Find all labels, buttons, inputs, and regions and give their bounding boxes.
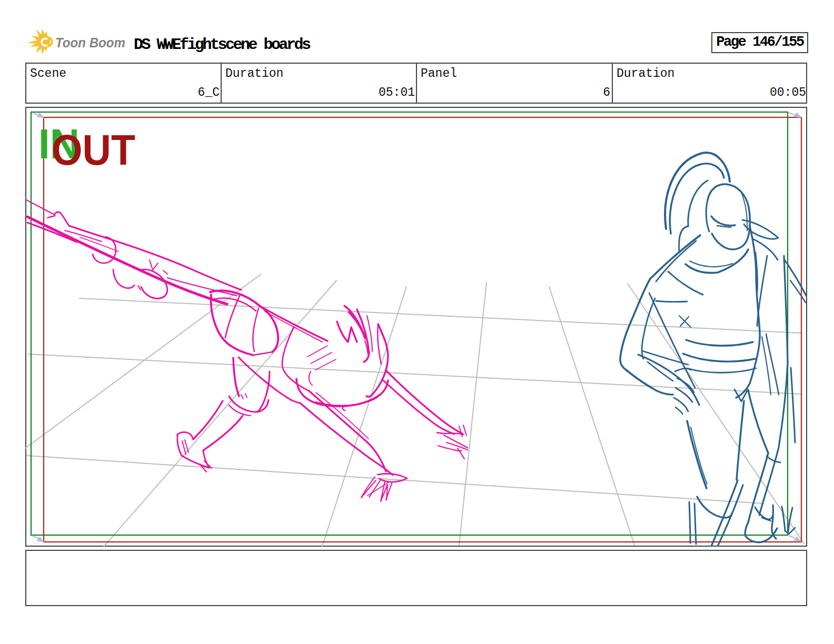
svg-text:OUT: OUT xyxy=(52,126,135,174)
svg-text:Toon Boom: Toon Boom xyxy=(55,35,125,50)
